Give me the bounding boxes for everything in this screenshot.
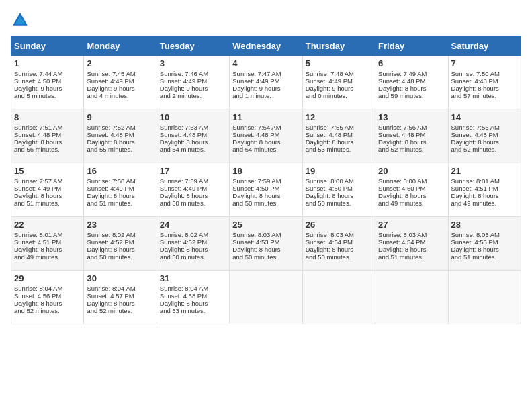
day-info: Sunset: 4:49 PM xyxy=(306,77,372,85)
day-info: Sunset: 4:49 PM xyxy=(87,77,153,85)
day-info: and 59 minutes. xyxy=(378,92,445,99)
day-info: Sunrise: 8:01 AM xyxy=(451,177,518,185)
calendar-cell: 31Sunrise: 8:04 AMSunset: 4:58 PMDayligh… xyxy=(157,271,229,324)
day-info: and 51 minutes. xyxy=(451,253,518,261)
day-number: 12 xyxy=(306,112,372,122)
calendar-cell xyxy=(375,271,448,324)
day-info: Daylight: 8 hours xyxy=(451,85,518,92)
day-number: 11 xyxy=(232,112,299,122)
day-info: Sunrise: 7:52 AM xyxy=(87,124,153,131)
day-info: Daylight: 8 hours xyxy=(14,246,81,253)
day-info: Daylight: 8 hours xyxy=(87,300,153,307)
day-number: 2 xyxy=(87,58,153,68)
day-number: 23 xyxy=(87,220,153,230)
calendar-cell: 4Sunrise: 7:47 AMSunset: 4:49 PMDaylight… xyxy=(230,56,302,109)
day-info: Sunrise: 7:46 AM xyxy=(160,70,226,77)
day-info: Sunset: 4:56 PM xyxy=(14,292,81,300)
calendar-cell: 16Sunrise: 7:58 AMSunset: 4:49 PMDayligh… xyxy=(84,163,157,217)
calendar-cell: 7Sunrise: 7:50 AMSunset: 4:48 PMDaylight… xyxy=(448,56,521,109)
day-info: Daylight: 8 hours xyxy=(160,300,226,307)
day-info: Daylight: 8 hours xyxy=(306,192,372,199)
day-number: 4 xyxy=(232,58,299,68)
day-info: and 50 minutes. xyxy=(232,253,299,261)
header-row: SundayMondayTuesdayWednesdayThursdayFrid… xyxy=(11,37,521,56)
logo xyxy=(11,11,32,30)
day-info: Sunset: 4:48 PM xyxy=(14,131,81,138)
day-info: Daylight: 9 hours xyxy=(160,85,226,92)
day-info: Daylight: 8 hours xyxy=(306,138,372,146)
day-info: and 52 minutes. xyxy=(14,307,81,314)
day-info: Sunrise: 7:44 AM xyxy=(14,70,81,77)
week-row-2: 8Sunrise: 7:51 AMSunset: 4:48 PMDaylight… xyxy=(11,109,521,163)
day-number: 5 xyxy=(306,58,372,68)
day-number: 1 xyxy=(14,58,81,68)
day-number: 20 xyxy=(378,166,445,176)
day-info: Sunrise: 7:45 AM xyxy=(87,70,153,77)
day-number: 16 xyxy=(87,166,153,176)
day-info: Sunset: 4:49 PM xyxy=(87,185,153,192)
logo-icon xyxy=(11,11,30,30)
day-info: and 52 minutes. xyxy=(378,146,445,153)
day-number: 14 xyxy=(451,112,518,122)
calendar-cell: 20Sunrise: 8:00 AMSunset: 4:50 PMDayligh… xyxy=(375,163,448,217)
day-info: Sunrise: 8:00 AM xyxy=(306,177,372,185)
calendar-cell: 12Sunrise: 7:55 AMSunset: 4:48 PMDayligh… xyxy=(302,109,375,163)
day-info: Sunset: 4:49 PM xyxy=(160,185,226,192)
day-number: 3 xyxy=(160,58,226,68)
day-info: Sunrise: 7:59 AM xyxy=(160,177,226,185)
calendar-cell: 1Sunrise: 7:44 AMSunset: 4:50 PMDaylight… xyxy=(11,56,84,109)
day-number: 22 xyxy=(14,220,81,230)
day-number: 21 xyxy=(451,166,518,176)
day-info: and 50 minutes. xyxy=(232,199,299,207)
day-info: Sunrise: 8:04 AM xyxy=(87,285,153,292)
day-info: Sunset: 4:51 PM xyxy=(14,238,81,246)
day-number: 24 xyxy=(160,220,226,230)
day-info: Daylight: 8 hours xyxy=(14,300,81,307)
calendar-cell xyxy=(230,271,302,324)
day-info: and 50 minutes. xyxy=(306,253,372,261)
day-info: Daylight: 8 hours xyxy=(14,192,81,199)
calendar-cell: 15Sunrise: 7:57 AMSunset: 4:49 PMDayligh… xyxy=(11,163,84,217)
calendar-cell: 30Sunrise: 8:04 AMSunset: 4:57 PMDayligh… xyxy=(84,271,157,324)
calendar-cell: 6Sunrise: 7:49 AMSunset: 4:48 PMDaylight… xyxy=(375,56,448,109)
day-info: and 54 minutes. xyxy=(160,146,226,153)
calendar-cell: 14Sunrise: 7:56 AMSunset: 4:48 PMDayligh… xyxy=(448,109,521,163)
day-info: Sunrise: 8:04 AM xyxy=(14,285,81,292)
calendar-cell: 25Sunrise: 8:03 AMSunset: 4:53 PMDayligh… xyxy=(230,217,302,271)
day-info: and 49 minutes. xyxy=(378,199,445,207)
calendar-cell: 11Sunrise: 7:54 AMSunset: 4:48 PMDayligh… xyxy=(230,109,302,163)
day-info: Sunrise: 7:49 AM xyxy=(378,70,445,77)
calendar-cell: 29Sunrise: 8:04 AMSunset: 4:56 PMDayligh… xyxy=(11,271,84,324)
day-info: Sunrise: 8:03 AM xyxy=(451,231,518,238)
header-cell-saturday: Saturday xyxy=(448,37,521,56)
day-info: Sunrise: 7:48 AM xyxy=(306,70,372,77)
calendar-cell: 9Sunrise: 7:52 AMSunset: 4:48 PMDaylight… xyxy=(84,109,157,163)
week-row-4: 22Sunrise: 8:01 AMSunset: 4:51 PMDayligh… xyxy=(11,217,521,271)
day-info: and 53 minutes. xyxy=(306,146,372,153)
day-number: 26 xyxy=(306,220,372,230)
calendar-cell: 18Sunrise: 7:59 AMSunset: 4:50 PMDayligh… xyxy=(230,163,302,217)
day-info: and 0 minutes. xyxy=(306,92,372,99)
day-number: 27 xyxy=(378,220,445,230)
day-number: 9 xyxy=(87,112,153,122)
day-info: Sunset: 4:57 PM xyxy=(87,292,153,300)
header-cell-tuesday: Tuesday xyxy=(157,37,229,56)
day-info: Sunset: 4:53 PM xyxy=(232,238,299,246)
day-info: Sunrise: 8:03 AM xyxy=(378,231,445,238)
day-info: Sunrise: 7:57 AM xyxy=(14,177,81,185)
day-info: Sunset: 4:48 PM xyxy=(451,131,518,138)
day-info: Sunset: 4:54 PM xyxy=(306,238,372,246)
day-info: and 1 minute. xyxy=(232,92,299,99)
day-info: and 4 minutes. xyxy=(87,92,153,99)
day-info: Sunrise: 8:02 AM xyxy=(87,231,153,238)
calendar-cell: 3Sunrise: 7:46 AMSunset: 4:49 PMDaylight… xyxy=(157,56,229,109)
day-info: Daylight: 8 hours xyxy=(451,138,518,146)
day-info: Sunrise: 8:03 AM xyxy=(306,231,372,238)
page-header xyxy=(11,11,521,30)
calendar-cell: 2Sunrise: 7:45 AMSunset: 4:49 PMDaylight… xyxy=(84,56,157,109)
day-info: Sunset: 4:48 PM xyxy=(378,131,445,138)
day-info: Sunrise: 7:51 AM xyxy=(14,124,81,131)
day-info: Daylight: 9 hours xyxy=(14,85,81,92)
day-info: Sunset: 4:48 PM xyxy=(306,131,372,138)
day-info: Daylight: 8 hours xyxy=(378,192,445,199)
